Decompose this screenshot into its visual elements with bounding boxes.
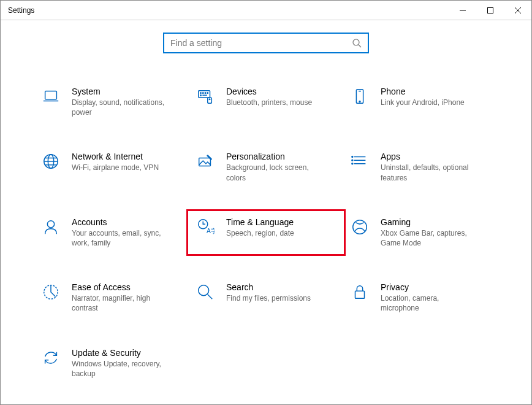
search-icon	[352, 38, 362, 48]
svg-point-19	[47, 220, 54, 227]
tile-title: Apps	[381, 152, 479, 161]
tile-desc: Speech, region, date	[226, 228, 294, 238]
svg-point-4	[200, 93, 202, 94]
tile-desc: Narrator, magnifier, high contrast	[72, 293, 170, 313]
phone-icon	[350, 87, 370, 106]
tile-desc: Link your Android, iPhone	[381, 98, 465, 107]
tile-ease-of-access[interactable]: Ease of Access Narrator, magnifier, high…	[37, 280, 186, 315]
lock-icon	[350, 282, 370, 302]
svg-point-18	[352, 163, 353, 164]
close-button[interactable]	[504, 1, 531, 20]
keyboard-icon	[196, 87, 215, 106]
tile-desc: Find my files, permissions	[226, 293, 311, 303]
tile-personalization[interactable]: Personalization Background, lock screen,…	[192, 149, 340, 185]
tile-desc: Display, sound, notifications, power	[72, 98, 170, 117]
svg-point-17	[352, 160, 353, 161]
minimize-button[interactable]	[449, 1, 476, 20]
tile-update-security[interactable]: Update & Security Windows Update, recove…	[37, 345, 186, 381]
tile-title: Phone	[381, 87, 465, 96]
tile-privacy[interactable]: Privacy Location, camera, microphone	[346, 280, 495, 315]
search-wrap	[25, 33, 507, 53]
tile-devices[interactable]: Devices Bluetooth, printers, mouse	[192, 84, 340, 120]
titlebar: Settings	[1, 1, 531, 20]
svg-point-5	[203, 93, 204, 94]
window-title: Settings	[8, 6, 34, 15]
search-box[interactable]	[163, 33, 369, 53]
svg-point-10	[209, 99, 210, 100]
tile-gaming[interactable]: Gaming Xbox Game Bar, captures, Game Mod…	[346, 215, 495, 250]
search-input[interactable]	[170, 38, 352, 48]
tile-title: Time & Language	[226, 217, 294, 227]
svg-rect-25	[355, 291, 365, 298]
apps-icon	[350, 152, 370, 171]
tile-time-language[interactable]: A字 Time & Language Speech, region, date	[192, 215, 340, 250]
person-icon	[41, 217, 61, 237]
svg-point-6	[205, 93, 206, 94]
tile-desc: Your accounts, email, sync, work, family	[72, 228, 170, 248]
tile-desc: Background, lock screen, colors	[226, 163, 324, 182]
tile-title: Devices	[226, 87, 312, 96]
tile-title: Update & Security	[72, 348, 170, 358]
svg-point-12	[359, 101, 360, 102]
xbox-icon	[350, 217, 370, 237]
tile-title: Gaming	[381, 217, 479, 227]
tile-desc: Location, camera, microphone	[381, 293, 479, 313]
svg-point-8	[200, 94, 202, 96]
svg-point-1	[353, 39, 359, 45]
svg-rect-2	[45, 91, 57, 99]
window-controls	[449, 1, 531, 20]
tile-title: Ease of Access	[72, 282, 170, 292]
maximize-button[interactable]	[476, 1, 504, 20]
svg-point-22	[353, 220, 367, 234]
tile-desc: Windows Update, recovery, backup	[72, 359, 170, 379]
magnifier-icon	[196, 282, 215, 302]
tile-desc: Xbox Game Bar, captures, Game Mode	[381, 228, 479, 248]
tile-title: Accounts	[72, 217, 170, 227]
globe-icon	[41, 152, 61, 171]
tile-accounts[interactable]: Accounts Your accounts, email, sync, wor…	[37, 215, 186, 250]
sync-icon	[41, 348, 61, 368]
tile-title: System	[72, 87, 170, 96]
paint-icon	[196, 152, 215, 171]
tile-desc: Wi-Fi, airplane mode, VPN	[72, 163, 159, 172]
tile-network[interactable]: Network & Internet Wi-Fi, airplane mode,…	[37, 149, 186, 185]
settings-grid: System Display, sound, notifications, po…	[25, 84, 507, 381]
tile-title: Network & Internet	[72, 152, 159, 161]
tile-phone[interactable]: Phone Link your Android, iPhone	[346, 84, 495, 120]
svg-point-16	[352, 156, 353, 158]
time-language-icon: A字	[196, 217, 215, 237]
tile-desc: Uninstall, defaults, optional features	[381, 163, 479, 182]
svg-text:A字: A字	[207, 228, 215, 234]
tile-title: Personalization	[226, 152, 324, 161]
svg-point-7	[207, 93, 208, 94]
ease-of-access-icon	[41, 282, 61, 302]
tile-title: Privacy	[381, 282, 479, 292]
tile-search[interactable]: Search Find my files, permissions	[192, 280, 340, 315]
laptop-icon	[41, 87, 61, 106]
svg-rect-3	[199, 91, 210, 98]
svg-rect-0	[487, 7, 493, 13]
tile-apps[interactable]: Apps Uninstall, defaults, optional featu…	[346, 149, 495, 185]
settings-home: System Display, sound, notifications, po…	[1, 20, 531, 405]
svg-point-24	[199, 285, 209, 296]
tile-title: Search	[226, 282, 311, 292]
tile-system[interactable]: System Display, sound, notifications, po…	[37, 84, 186, 120]
tile-desc: Bluetooth, printers, mouse	[226, 98, 312, 107]
